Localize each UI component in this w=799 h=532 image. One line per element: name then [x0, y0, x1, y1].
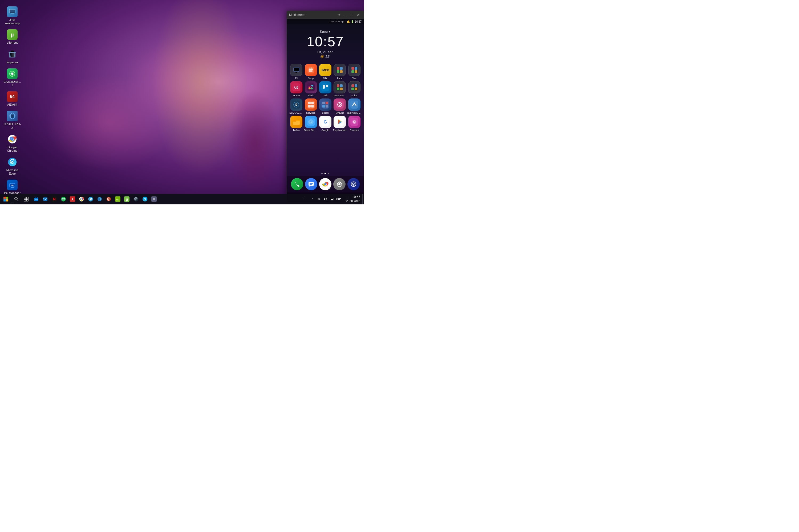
show-desktop-button[interactable] [362, 194, 364, 204]
desktop-icon-recycle[interactable]: Корзина [2, 48, 22, 66]
dock-connect[interactable] [347, 178, 361, 190]
tray-pen[interactable]: ✏ [316, 196, 322, 202]
dock-phone-icon [291, 178, 303, 190]
svg-rect-136 [24, 200, 26, 201]
tb-skype[interactable]: S [141, 195, 149, 203]
app-shop[interactable]: Shop [304, 64, 318, 80]
app-icon-gallery [348, 116, 361, 128]
svg-rect-53 [340, 67, 343, 70]
svg-rect-97 [326, 105, 328, 108]
app-label-virtual: Виртуальн... [347, 112, 361, 114]
app-food[interactable]: Food [333, 64, 347, 80]
svg-rect-18 [15, 117, 16, 117]
dock-messages[interactable] [304, 178, 318, 190]
svg-rect-22 [13, 118, 14, 119]
tray-language[interactable]: УКР [335, 196, 341, 202]
tray-volume[interactable] [323, 196, 328, 202]
app-files[interactable]: Файлы [289, 116, 303, 131]
app-playmarket[interactable]: Play Маркет [333, 116, 347, 131]
desktop-icon-cpuid[interactable]: CPUID CPU-Z [2, 109, 22, 131]
search-button[interactable] [12, 194, 21, 204]
tray-keyboard[interactable] [329, 196, 335, 202]
pin-button[interactable]: ✦ [336, 12, 342, 18]
battery-icon: 🔋 [351, 20, 354, 23]
svg-rect-67 [312, 85, 313, 87]
tb-other[interactable] [150, 195, 158, 203]
app-label-files: Файлы [292, 129, 300, 131]
minimize-button[interactable]: ─ [342, 12, 349, 18]
desktop-icon-utorrent[interactable]: µ μTorrent [2, 28, 22, 46]
tb-store[interactable] [32, 195, 40, 203]
svg-rect-84 [355, 88, 357, 90]
page-dot-3[interactable] [328, 173, 329, 174]
svg-rect-135 [26, 197, 28, 199]
tb-utorrent[interactable]: µ [123, 195, 131, 203]
svg-rect-134 [24, 197, 26, 199]
svg-rect-120 [310, 184, 312, 185]
svg-rect-77 [340, 84, 343, 87]
app-services[interactable]: Services [304, 98, 318, 114]
weather-icon: ☀️ [320, 55, 324, 59]
svg-rect-130 [3, 200, 5, 202]
svg-text:G: G [324, 120, 327, 124]
app-slack[interactable]: Slack [304, 81, 318, 97]
tb-redapp[interactable] [105, 195, 113, 203]
dock-settings[interactable] [332, 178, 346, 190]
app-trello[interactable]: Trello [319, 81, 332, 97]
app-boom[interactable]: UE BOOM [289, 81, 303, 97]
svg-rect-105 [293, 121, 300, 125]
desktop-icon-pc[interactable]: Этот компьютер [2, 5, 22, 26]
multiscreen-titlebar[interactable]: Multiscreen ✦ ─ □ ✕ [287, 11, 364, 19]
svg-rect-63 [307, 83, 315, 91]
close-button[interactable]: ✕ [355, 12, 362, 18]
app-gallery[interactable]: Галерея [347, 116, 361, 131]
phone-dock [287, 176, 364, 192]
svg-rect-42 [294, 72, 298, 72]
desktop-icon-utorrent-label: μTorrent [7, 41, 18, 44]
svg-rect-16 [9, 117, 10, 117]
app-guitar[interactable]: Guitar [347, 81, 361, 97]
tray-chevron[interactable]: ^ [310, 196, 316, 202]
svg-rect-4 [10, 10, 15, 13]
app-label-imdb: IMDb [322, 77, 328, 80]
app-label-boom: BOOM [292, 94, 300, 97]
tb-app-misc[interactable]: A [68, 195, 77, 203]
task-view-button[interactable] [21, 194, 31, 204]
tb-telegram[interactable] [86, 195, 95, 203]
app-imdb[interactable]: IMDb IMDb [319, 64, 332, 80]
app-ecovacs[interactable]: E ECOVACS H... [289, 98, 303, 114]
page-dot-1[interactable] [321, 173, 323, 174]
app-taxi[interactable]: Taxi [347, 64, 361, 80]
tb-nvidia[interactable]: NV [113, 195, 122, 203]
app-label-social: Social [322, 112, 329, 114]
start-button[interactable] [0, 194, 12, 204]
tb-steam[interactable] [132, 195, 140, 203]
desktop-icon-aida[interactable]: 64 AIDA64 [2, 90, 22, 108]
svg-rect-82 [355, 84, 357, 87]
tb-netflix[interactable]: N [50, 195, 59, 203]
svg-text:E: E [295, 103, 297, 106]
desktop-icon-pc-label: Этот компьютер [3, 18, 21, 25]
dock-phone[interactable] [290, 178, 304, 190]
tb-chrome[interactable] [77, 195, 86, 203]
desktop-icon-edge[interactable]: MicrosoftEdge [2, 155, 22, 177]
desktop-icon-chrome[interactable]: GoogleChrome [2, 132, 22, 154]
app-social[interactable]: Social [319, 98, 332, 114]
tb-email[interactable] [41, 195, 50, 203]
app-virtual[interactable]: Виртуальн... [347, 98, 361, 114]
app-label-gameservices: Game Servic... [333, 94, 347, 97]
app-google[interactable]: G Google [319, 116, 332, 131]
page-dot-2[interactable] [325, 173, 326, 174]
dock-chrome[interactable] [319, 178, 332, 190]
taskbar-clock[interactable]: 10:57 21.08.2020 [343, 195, 362, 203]
app-gameservices[interactable]: Game Servic... [333, 81, 347, 97]
maximize-button[interactable]: □ [349, 12, 355, 18]
app-gamespace[interactable]: Game Space [304, 116, 318, 131]
svg-rect-60 [355, 70, 357, 73]
tb-spotify[interactable] [59, 195, 68, 203]
app-icon-services [305, 98, 317, 111]
tb-globe[interactable] [95, 195, 104, 203]
desktop-icon-crystal[interactable]: CrystalDisk...7 [2, 67, 22, 89]
app-tv[interactable]: TV [289, 64, 303, 80]
app-music[interactable]: Музыка [333, 98, 347, 114]
